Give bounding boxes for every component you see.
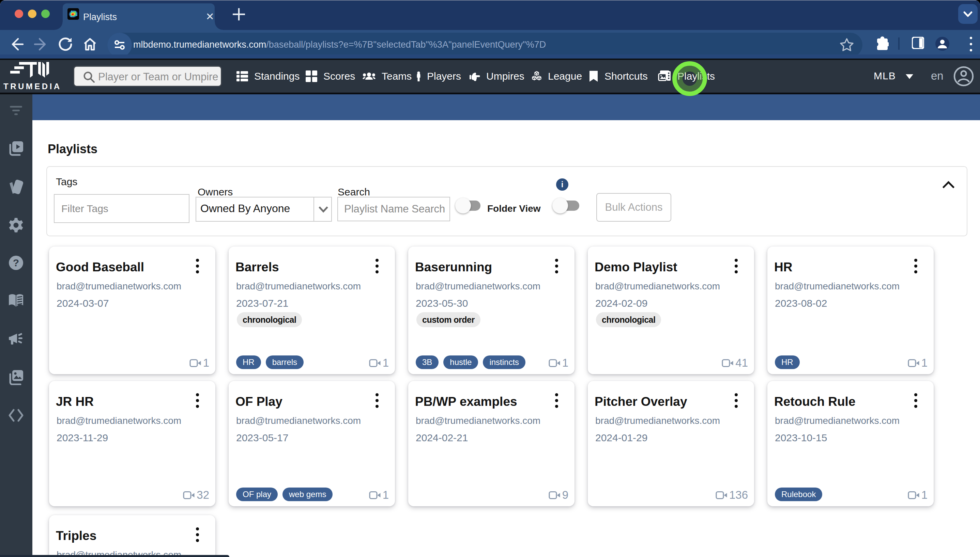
svg-text:?: ? (13, 257, 19, 268)
